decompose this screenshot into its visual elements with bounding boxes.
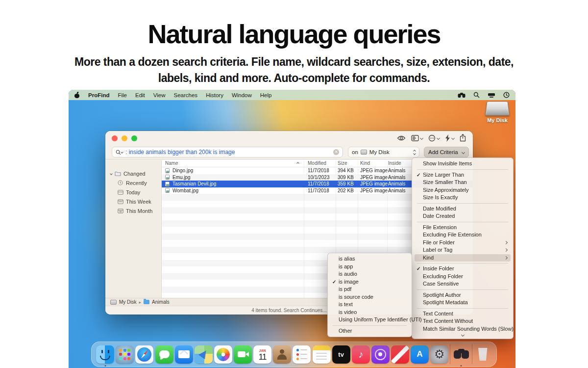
menu-searches[interactable]: Searches bbox=[174, 92, 198, 98]
sidebar-item-changed[interactable]: Changed bbox=[105, 169, 161, 178]
dock-podcasts[interactable] bbox=[371, 345, 390, 364]
eye-icon[interactable] bbox=[397, 135, 406, 141]
menu-item-spotlight-metadata[interactable]: Spotlight Metadata bbox=[415, 299, 511, 307]
column-header-modified[interactable]: Modified bbox=[308, 160, 326, 166]
dock-safari[interactable] bbox=[135, 345, 153, 364]
menu-item-uti[interactable]: Using Uniform Type Identifier (UTI) bbox=[330, 316, 409, 324]
chevron-down-icon[interactable] bbox=[437, 136, 440, 139]
menu-history[interactable]: History bbox=[206, 92, 223, 98]
menu-item-size-larger-than[interactable]: ✓Size Larger Than bbox=[415, 171, 511, 179]
minimize-window-button[interactable] bbox=[122, 135, 127, 141]
cell-modified: 11/7/2018 bbox=[308, 188, 329, 193]
menu-item-size-approximately[interactable]: Size Approximately bbox=[415, 186, 511, 194]
zoom-window-button[interactable] bbox=[131, 135, 137, 141]
menu-item-is-pdf[interactable]: is pdf bbox=[330, 286, 409, 293]
menu-view[interactable]: View bbox=[153, 92, 166, 98]
menu-item-is-source-code[interactable]: is source code bbox=[330, 293, 409, 301]
dock-music[interactable]: ♪ bbox=[352, 345, 370, 364]
share-icon[interactable] bbox=[460, 134, 466, 142]
menu-item-size-smaller-than[interactable]: Size Smaller Than bbox=[415, 179, 511, 186]
menu-item-file-extension[interactable]: File Extension bbox=[415, 224, 511, 232]
sidebar-item-this-week[interactable]: This Week bbox=[105, 197, 161, 206]
column-header-kind[interactable]: Kind bbox=[360, 160, 370, 166]
popup-stepper-icon[interactable] bbox=[414, 150, 416, 155]
dock-reminders[interactable] bbox=[293, 345, 311, 364]
breadcrumb-my-disk[interactable]: My Disk bbox=[119, 299, 137, 305]
menu-item-excluding-file-extension[interactable]: Excluding File Extension bbox=[415, 231, 511, 239]
menu-item-is-video[interactable]: is video bbox=[330, 309, 409, 316]
dock-news[interactable] bbox=[391, 345, 409, 364]
notes-icon bbox=[313, 345, 331, 364]
column-header-name[interactable]: Name bbox=[165, 160, 178, 166]
menu-item-is-audio[interactable]: is audio bbox=[330, 270, 409, 278]
menu-window[interactable]: Window bbox=[232, 92, 252, 98]
dock-launchpad[interactable] bbox=[116, 345, 134, 364]
scope-popup[interactable]: on My Disk bbox=[348, 147, 419, 158]
menu-item-other[interactable]: Other bbox=[330, 327, 409, 335]
dock-calendar[interactable]: JAN 11 bbox=[253, 345, 271, 364]
sidebar-item-this-month[interactable]: This Month bbox=[105, 206, 161, 215]
apple-menu-icon[interactable] bbox=[74, 92, 80, 98]
disclosure-chevron-icon[interactable] bbox=[110, 172, 113, 175]
dock-separator bbox=[450, 344, 450, 364]
sidebar-item-recently[interactable]: Recently bbox=[105, 178, 161, 187]
menu-edit[interactable]: Edit bbox=[135, 92, 145, 98]
desktop-disk[interactable]: My Disk bbox=[482, 101, 513, 123]
chevron-down-icon[interactable] bbox=[121, 151, 123, 154]
chevron-down-icon[interactable] bbox=[420, 136, 423, 139]
menu-item-excluding-folder[interactable]: Excluding Folder bbox=[415, 273, 511, 281]
chevron-down-icon[interactable] bbox=[451, 136, 455, 139]
sidebar-item-today[interactable]: Today bbox=[105, 187, 161, 197]
list-view-icon[interactable] bbox=[411, 135, 419, 141]
menu-item-spotlight-author[interactable]: Spotlight Author bbox=[415, 291, 511, 299]
menu-item-date-created[interactable]: Date Created bbox=[415, 212, 511, 220]
menu-item-text-content[interactable]: Text Content bbox=[415, 310, 511, 318]
menu-item-date-modified[interactable]: Date Modified bbox=[415, 205, 511, 213]
menu-item-show-invisible-items[interactable]: Show Invisible Items bbox=[415, 160, 511, 168]
display-icon[interactable] bbox=[488, 92, 495, 98]
clear-search-icon[interactable]: ✕ bbox=[333, 149, 339, 155]
search-field[interactable]: : inside animals bigger than 200k is ima… bbox=[112, 147, 343, 158]
dock-notes[interactable] bbox=[313, 345, 331, 364]
search-input[interactable]: : inside animals bigger than 200k is ima… bbox=[125, 149, 333, 156]
search-icon[interactable] bbox=[473, 92, 480, 98]
dock-contacts[interactable] bbox=[273, 345, 291, 364]
close-window-button[interactable] bbox=[112, 135, 118, 141]
binoculars-icon[interactable] bbox=[458, 92, 466, 98]
app-menu-profind[interactable]: ProFind bbox=[88, 92, 109, 98]
menu-item-file-or-folder[interactable]: File or Folder bbox=[415, 239, 511, 247]
clock-icon[interactable] bbox=[503, 92, 510, 98]
actions-bolt-icon[interactable] bbox=[445, 134, 450, 142]
sort-ascending-icon[interactable] bbox=[296, 162, 299, 165]
menu-help[interactable]: Help bbox=[260, 92, 272, 98]
dock-trash[interactable] bbox=[474, 345, 492, 364]
add-criteria-button[interactable]: Add Criteria bbox=[424, 147, 469, 158]
dock-messages[interactable] bbox=[155, 345, 173, 364]
dock-tv[interactable]: tv bbox=[332, 345, 350, 364]
dock-photos[interactable] bbox=[214, 345, 232, 364]
dock-mail[interactable] bbox=[175, 345, 193, 364]
menu-item-inside-folder[interactable]: ✓Inside Folder bbox=[415, 265, 511, 273]
column-header-inside[interactable]: Inside bbox=[388, 160, 401, 166]
menu-item-kind[interactable]: Kind bbox=[415, 254, 511, 262]
menu-item-size-is-exactly[interactable]: Size Is Exactly bbox=[415, 194, 511, 202]
menu-scroll-down-icon[interactable] bbox=[412, 333, 513, 337]
menu-item-case-sensitive[interactable]: Case Sensitive bbox=[415, 280, 511, 288]
dock-profind[interactable] bbox=[452, 345, 470, 364]
dock-facetime[interactable] bbox=[234, 345, 252, 364]
menu-item-label-or-tag[interactable]: Label or Tag bbox=[415, 246, 511, 254]
menu-item-is-text[interactable]: is text bbox=[330, 301, 409, 309]
menu-item-is-alias[interactable]: is alias bbox=[330, 255, 409, 263]
menu-item-is-app[interactable]: is app bbox=[330, 263, 409, 271]
dock-appstore[interactable]: A bbox=[411, 345, 429, 364]
menu-item-text-content-without[interactable]: Text Content Without bbox=[415, 317, 511, 325]
menu-file[interactable]: File bbox=[118, 92, 127, 98]
dock-settings[interactable]: ⚙ bbox=[430, 345, 448, 364]
breadcrumb-animals[interactable]: Animals bbox=[152, 299, 170, 305]
dock-finder[interactable] bbox=[96, 345, 114, 364]
menu-item-match-similar-sounding-words[interactable]: Match Similar Sounding Words (Slow) bbox=[415, 325, 511, 333]
menu-item-is-image[interactable]: ✓is image bbox=[330, 278, 409, 286]
dock-maps[interactable] bbox=[195, 345, 213, 364]
ellipsis-circle-icon[interactable] bbox=[428, 134, 436, 142]
column-header-size[interactable]: Size bbox=[338, 160, 347, 166]
